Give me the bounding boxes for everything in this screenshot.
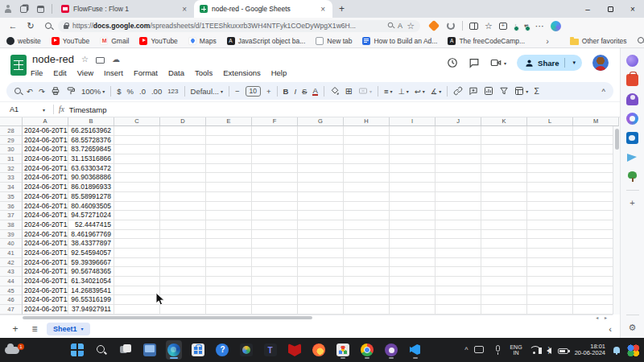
cell-timestamp[interactable]: 2024-06-20T12:2 bbox=[23, 192, 68, 202]
cell-empty[interactable] bbox=[252, 211, 298, 220]
cell-empty[interactable] bbox=[252, 258, 298, 268]
telegram-icon[interactable] bbox=[626, 151, 638, 163]
cell-empty[interactable] bbox=[160, 202, 206, 212]
cell-empty[interactable] bbox=[390, 173, 436, 183]
cell-empty[interactable] bbox=[527, 183, 573, 192]
cell-empty[interactable] bbox=[114, 258, 160, 268]
cell-empty[interactable] bbox=[344, 126, 390, 136]
cell-empty[interactable] bbox=[527, 295, 573, 305]
strikethrough-button[interactable]: S bbox=[302, 87, 307, 96]
read-aloud-icon[interactable]: A bbox=[398, 22, 402, 30]
cell-empty[interactable] bbox=[436, 230, 481, 240]
sheets-logo-icon[interactable] bbox=[10, 55, 27, 76]
cell-empty[interactable] bbox=[252, 239, 298, 249]
cell-timestamp[interactable]: 2024-06-20T12:2 bbox=[23, 126, 68, 136]
cell-empty[interactable] bbox=[390, 286, 436, 296]
workspace-icon[interactable] bbox=[335, 340, 351, 360]
cell-empty[interactable] bbox=[436, 126, 481, 136]
bookmark-item[interactable]: Maps bbox=[188, 37, 217, 45]
bookmark-item[interactable]: YouTube bbox=[52, 37, 89, 45]
select-all-corner[interactable] bbox=[0, 117, 23, 126]
hidden-icons-chevron[interactable]: ^ bbox=[464, 346, 468, 354]
tab-close-icon[interactable]: × bbox=[180, 5, 188, 14]
comment-icon[interactable] bbox=[469, 57, 480, 68]
cell-timestamp[interactable]: 2024-06-20T12:2 bbox=[23, 249, 68, 258]
cell-timestamp[interactable]: 2024-06-20T12:2 bbox=[23, 211, 68, 220]
cell-empty[interactable] bbox=[114, 249, 160, 258]
star-icon[interactable]: ☆ bbox=[81, 55, 89, 64]
column-header[interactable]: B bbox=[68, 117, 114, 126]
cell-empty[interactable] bbox=[298, 192, 344, 202]
drop-icon[interactable] bbox=[626, 113, 638, 125]
menu-item[interactable]: Data bbox=[168, 68, 184, 77]
cell-empty[interactable] bbox=[436, 211, 481, 220]
favorite-star-icon[interactable]: ☆ bbox=[407, 21, 415, 31]
cell-empty[interactable] bbox=[481, 211, 527, 220]
cell-empty[interactable] bbox=[252, 183, 298, 192]
cell-empty[interactable] bbox=[298, 277, 344, 286]
filter-views-icon[interactable]: ▾ bbox=[514, 86, 528, 96]
tab-actions-icon[interactable] bbox=[32, 2, 48, 15]
cell-empty[interactable] bbox=[114, 267, 160, 277]
cell-empty[interactable] bbox=[114, 277, 160, 286]
cell-empty[interactable] bbox=[206, 145, 252, 154]
cell-empty[interactable] bbox=[252, 220, 298, 230]
cell-empty[interactable] bbox=[344, 277, 390, 286]
row-header[interactable]: 45 bbox=[0, 286, 23, 296]
cell-empty[interactable] bbox=[160, 154, 206, 164]
ghdesk-icon[interactable] bbox=[383, 340, 399, 360]
refresh-icon[interactable]: ↻ bbox=[23, 21, 39, 31]
cell-empty[interactable] bbox=[481, 286, 527, 296]
cell-empty[interactable] bbox=[527, 258, 573, 268]
cell-empty[interactable] bbox=[114, 164, 160, 174]
cell-empty[interactable] bbox=[527, 192, 573, 202]
cell-empty[interactable] bbox=[481, 277, 527, 286]
url-text[interactable]: https://docs.google.com/spreadsheets/d/1… bbox=[72, 22, 383, 30]
cell-timestamp[interactable]: 2024-06-20T12:2 bbox=[23, 305, 68, 315]
column-header[interactable]: J bbox=[436, 117, 481, 126]
cell-timestamp[interactable]: 2024-06-20T12:2 bbox=[23, 286, 68, 296]
bookmark-item[interactable]: YouTube bbox=[139, 37, 177, 45]
cell-empty[interactable] bbox=[114, 183, 160, 192]
cell-empty[interactable] bbox=[298, 173, 344, 183]
copilot-sidebar-icon[interactable] bbox=[626, 55, 638, 67]
cell-value[interactable]: 8.461967769 bbox=[68, 230, 114, 240]
cell-empty[interactable] bbox=[160, 230, 206, 240]
all-sheets-icon[interactable]: ≡ bbox=[27, 323, 42, 335]
cell-timestamp[interactable]: 2024-06-20T12:2 bbox=[23, 202, 68, 212]
cell-empty[interactable] bbox=[481, 267, 527, 277]
share-button[interactable]: Share ▾ bbox=[517, 55, 582, 71]
menu-item[interactable]: File bbox=[31, 68, 43, 77]
cell-empty[interactable] bbox=[436, 267, 481, 277]
font-select[interactable]: Defaul...▾ bbox=[191, 87, 223, 96]
cell-empty[interactable] bbox=[527, 173, 573, 183]
tab-flowfuse[interactable]: FlowFuse : Flow 1 × bbox=[56, 0, 194, 18]
downloads-icon[interactable]: ↓ bbox=[514, 22, 518, 31]
cell-empty[interactable] bbox=[436, 154, 481, 164]
cell-empty[interactable] bbox=[344, 305, 390, 315]
cell-value[interactable]: 85.58991278 bbox=[68, 192, 114, 202]
cell-empty[interactable] bbox=[390, 202, 436, 212]
cell-empty[interactable] bbox=[436, 249, 481, 258]
language-indicator[interactable]: ENG IN bbox=[510, 344, 522, 356]
tab-sheets[interactable]: node-red - Google Sheets × bbox=[194, 0, 332, 18]
cell-empty[interactable] bbox=[206, 286, 252, 296]
cell-empty[interactable] bbox=[252, 295, 298, 305]
cell-empty[interactable] bbox=[527, 249, 573, 258]
cell-empty[interactable] bbox=[160, 258, 206, 268]
menu-item[interactable]: Edit bbox=[53, 68, 66, 77]
cell-value[interactable]: 90.56748365 bbox=[68, 267, 114, 277]
monitor-icon[interactable] bbox=[142, 340, 158, 360]
cell-empty[interactable] bbox=[160, 192, 206, 202]
cell-empty[interactable] bbox=[160, 267, 206, 277]
cell-empty[interactable] bbox=[160, 164, 206, 174]
column-header[interactable]: C bbox=[114, 117, 160, 126]
cell-empty[interactable] bbox=[436, 295, 481, 305]
cell-timestamp[interactable]: 2024-06-20T12:2 bbox=[23, 145, 68, 154]
cell-timestamp[interactable]: 2024-06-20T12:2 bbox=[23, 136, 68, 146]
cell-timestamp[interactable]: 2024-06-20T12:2 bbox=[23, 164, 68, 174]
increase-decimal-icon[interactable]: .00 bbox=[151, 87, 162, 96]
cell-timestamp[interactable]: 2024-06-20T12:2 bbox=[23, 295, 68, 305]
collapse-panel-icon[interactable]: ‹ bbox=[609, 324, 612, 334]
menu-item[interactable]: Help bbox=[271, 68, 287, 77]
